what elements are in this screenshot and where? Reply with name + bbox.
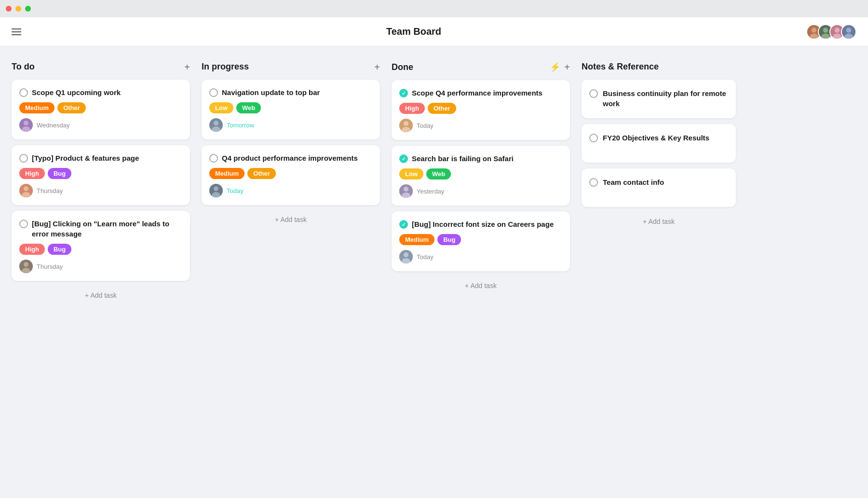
column-todo: To do + Scope Q1 upcoming work Medium Ot… bbox=[12, 62, 190, 304]
svg-point-31 bbox=[404, 187, 408, 192]
tag-medium-card1: Medium bbox=[19, 102, 54, 113]
hamburger-menu-button[interactable] bbox=[12, 28, 21, 35]
tag-web-card4: Web bbox=[236, 102, 261, 113]
app-header: Team Board bbox=[0, 17, 868, 46]
avatar-card7 bbox=[399, 184, 413, 198]
maximize-button[interactable] bbox=[25, 6, 31, 12]
check-icon-card7 bbox=[399, 154, 408, 163]
column-title-notes: Notes & Reference bbox=[582, 62, 659, 72]
column-done: Done ⚡ + Scope Q4 performance improvemen… bbox=[392, 62, 570, 294]
note-card-3: Team contact info bbox=[582, 168, 736, 207]
column-add-done[interactable]: + bbox=[564, 62, 570, 72]
avatar-card4 bbox=[209, 118, 223, 132]
column-header-done: Done ⚡ + bbox=[392, 62, 570, 72]
app-title: Team Board bbox=[386, 26, 441, 37]
add-task-notes[interactable]: + Add task bbox=[582, 213, 736, 230]
column-header-notes: Notes & Reference bbox=[582, 62, 736, 72]
lightning-icon: ⚡ bbox=[550, 62, 560, 72]
tag-high-card2: High bbox=[19, 168, 45, 179]
board: To do + Scope Q1 upcoming work Medium Ot… bbox=[12, 62, 856, 304]
date-card3: Thursday bbox=[37, 263, 63, 270]
card-q4-product: Q4 product performance improvements Medi… bbox=[202, 145, 380, 205]
team-avatars bbox=[806, 24, 856, 40]
title-bar bbox=[0, 0, 868, 17]
note-card-1: Business continuity plan for remote work bbox=[582, 80, 736, 118]
tag-bug-card8: Bug bbox=[437, 234, 461, 245]
svg-point-10 bbox=[846, 28, 852, 33]
column-title-done: Done bbox=[392, 62, 413, 72]
tag-high-card3: High bbox=[19, 244, 45, 255]
avatar-card8 bbox=[399, 250, 413, 263]
card-title-scope-q1: Scope Q1 upcoming work bbox=[32, 87, 121, 97]
tag-high-card6: High bbox=[399, 103, 425, 114]
tag-bug-card3: Bug bbox=[48, 244, 71, 255]
svg-point-7 bbox=[835, 28, 840, 33]
note-card-2: FY20 Objectives & Key Results bbox=[582, 124, 736, 163]
column-title-todo: To do bbox=[12, 62, 35, 72]
column-header-todo: To do + bbox=[12, 62, 190, 72]
card-title-search: Search bar is failing on Safari bbox=[412, 153, 514, 164]
column-header-inprogress: In progress + bbox=[202, 62, 380, 72]
avatar-card5 bbox=[209, 184, 223, 197]
svg-point-4 bbox=[823, 28, 828, 33]
minimize-button[interactable] bbox=[15, 6, 21, 12]
check-icon-card6 bbox=[399, 89, 408, 97]
avatar-card1 bbox=[19, 118, 33, 132]
date-card4: Tomorrow bbox=[227, 122, 254, 129]
avatar-card2 bbox=[19, 184, 33, 197]
add-task-inprogress[interactable]: + Add task bbox=[202, 211, 380, 228]
note-check-1 bbox=[589, 89, 598, 98]
card-title-bug-learn: [Bug] Clicking on "Learn more" leads to … bbox=[32, 219, 182, 239]
card-bug-font: [Bug] Incorrect font size on Careers pag… bbox=[392, 211, 570, 271]
check-icon-card3 bbox=[19, 220, 28, 228]
avatar-card3 bbox=[19, 260, 33, 273]
svg-point-13 bbox=[24, 121, 28, 125]
note-check-2 bbox=[589, 134, 598, 142]
card-title-typo: [Typo] Product & features page bbox=[32, 153, 139, 163]
avatar-4 bbox=[841, 24, 856, 40]
svg-point-25 bbox=[214, 186, 218, 191]
column-notes: Notes & Reference Business continuity pl… bbox=[582, 62, 736, 230]
note-title-3: Team contact info bbox=[603, 177, 664, 187]
date-card5: Today bbox=[227, 187, 244, 194]
note-title-1: Business continuity plan for remote work bbox=[603, 88, 728, 109]
card-typo-product: [Typo] Product & features page High Bug … bbox=[12, 145, 190, 205]
card-title-scope-q4: Scope Q4 performance improvements bbox=[412, 88, 542, 98]
add-task-done[interactable]: + Add task bbox=[392, 277, 570, 294]
column-inprogress: In progress + Navigation update to top b… bbox=[202, 62, 380, 228]
tag-medium-card5: Medium bbox=[209, 168, 244, 179]
check-icon-card2 bbox=[19, 154, 28, 163]
tag-bug-card2: Bug bbox=[48, 168, 71, 179]
card-nav-update: Navigation update to top bar Low Web Tom… bbox=[202, 80, 380, 139]
date-card1: Wednesday bbox=[37, 122, 69, 129]
svg-point-16 bbox=[24, 186, 28, 191]
note-check-3 bbox=[589, 178, 598, 187]
card-title-bug-font: [Bug] Incorrect font size on Careers pag… bbox=[412, 219, 554, 229]
date-card6: Today bbox=[417, 122, 434, 129]
avatar-card6 bbox=[399, 119, 413, 132]
column-add-todo[interactable]: + bbox=[184, 62, 190, 72]
card-scope-q4: Scope Q4 performance improvements High O… bbox=[392, 80, 570, 140]
card-title-nav: Navigation update to top bar bbox=[222, 87, 320, 97]
board-area: To do + Scope Q1 upcoming work Medium Ot… bbox=[0, 46, 868, 319]
tag-low-card4: Low bbox=[209, 102, 233, 113]
tag-other-card6: Other bbox=[428, 103, 456, 114]
column-title-inprogress: In progress bbox=[202, 62, 249, 72]
column-add-inprogress[interactable]: + bbox=[374, 62, 380, 72]
card-bug-learn-more: [Bug] Clicking on "Learn more" leads to … bbox=[12, 211, 190, 281]
svg-point-22 bbox=[214, 121, 218, 125]
add-task-todo[interactable]: + Add task bbox=[12, 287, 190, 304]
tag-other-card1: Other bbox=[57, 102, 86, 113]
tag-low-card7: Low bbox=[399, 168, 423, 180]
card-scope-q1: Scope Q1 upcoming work Medium Other Wedn… bbox=[12, 80, 190, 139]
date-card8: Today bbox=[417, 253, 434, 261]
date-card2: Thursday bbox=[37, 187, 63, 194]
check-icon-card8 bbox=[399, 220, 408, 229]
close-button[interactable] bbox=[6, 6, 12, 12]
svg-point-34 bbox=[404, 252, 408, 257]
note-title-2: FY20 Objectives & Key Results bbox=[603, 133, 709, 143]
tag-other-card5: Other bbox=[247, 168, 276, 179]
check-icon-card4 bbox=[209, 88, 218, 97]
check-icon-card5 bbox=[209, 154, 218, 163]
svg-point-28 bbox=[404, 121, 408, 126]
